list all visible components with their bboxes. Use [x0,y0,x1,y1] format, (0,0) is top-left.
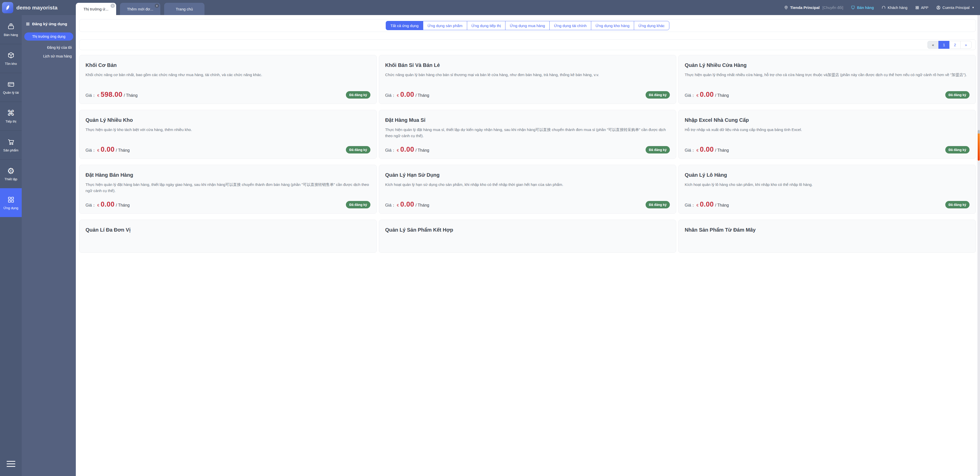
card-description: Kích hoạt quản lý hạn sử dụng cho sản ph… [385,181,490,188]
currency-symbol: € [97,93,99,97]
price-amount: 598.00 [100,91,123,99]
credit-card-icon [7,80,15,88]
submenu-title: Đăng ký ứng dụng [22,22,76,26]
close-icon[interactable]: x [155,3,159,8]
pagination-bar: « 1 2 » [79,39,490,50]
card-footer: Giá： € 0.00 / Tháng Đã đăng ký [385,196,490,209]
currency-symbol: € [397,203,399,207]
price-label: Giá： [385,93,396,98]
submenu-item-my-subscriptions[interactable]: Đăng ký của tôi [22,43,76,52]
price-period: / Tháng [415,203,429,208]
submenu-item-marketplace[interactable]: Thị trường ứng dụng [24,32,73,41]
app-card: Khối Bán Sỉ Và Bán Lẻ Chức năng quản lý … [379,55,490,104]
brand: demo mayorista [0,2,76,13]
sidebar-item-label: Tồn kho [5,62,17,65]
price-amount: 0.00 [100,201,115,209]
app-card: Quản Lí Đa Đơn Vị [79,220,377,238]
card-footer: Giá： € 0.00 / Tháng Đã đăng ký [385,142,490,153]
card-description: Thực hiện quản lý đặt hàng mua sỉ, thiết… [385,127,490,139]
price-label: Giá： [385,148,396,153]
price-label: Giá： [86,148,96,153]
sidebar-item-marketing[interactable]: ⌘ Tiếp thị [0,102,22,131]
card-footer: Giá： € 0.00 / Tháng Đã đăng ký [86,142,371,153]
command-icon: ⌘ [7,109,15,117]
sidebar-item-sales[interactable]: Bán hàng [0,15,22,44]
card-footer: Giá： € 0.00 / Tháng Đã đăng ký [86,196,371,209]
tab-home[interactable]: Trang chủ [164,3,204,15]
tab-home-label: Trang chủ [176,7,193,11]
filter-bar: Tất cả ứng dụng Ứng dụng sản phẩm Ứng dụ… [79,19,490,32]
submenu-title-label: Đăng ký ứng dụng [32,22,67,26]
filter-button[interactable]: Ứng dụng sản phẩm [423,21,467,30]
card-title: Quản Lí Đa Đơn Vị [86,227,371,233]
card-title: Khối Bán Sỉ Và Bán Lẻ [385,62,490,68]
price-period: / Tháng [124,93,138,98]
app-card-grid: Khối Cơ Bản Khối chức năng cơ bản nhất, … [79,55,490,214]
price-amount: 0.00 [400,146,414,153]
sidebar-item-label: Quản lý tài [3,91,19,94]
sidebar-item-finance[interactable]: Quản lý tài [0,73,22,102]
sidebar-item-products[interactable]: Sản phẩm [0,131,22,159]
price-label: Giá： [86,203,96,208]
tab-new-order[interactable]: Thêm mới đơ... x [120,3,160,15]
subscribed-badge[interactable]: Đã đăng ký [346,91,370,99]
price-label: Giá： [385,203,396,208]
card-title: Quản Lý Sản Phẩm Kết Hợp [385,227,490,233]
tab-market-label: Thị trường ứ... [83,7,108,11]
card-price: Giá： € 0.00 / Tháng [385,201,430,209]
subscribed-badge[interactable]: Đã đăng ký [346,146,370,153]
gear-icon: ⚙ [7,167,15,175]
submenu-panel: Đăng ký ứng dụng Thị trường ứng dụng Đăn… [22,15,76,238]
card-title: Đặt Hàng Bán Hàng [86,172,371,178]
submenu-item-purchase-history[interactable]: Lịch sử mua hàng [22,52,76,60]
app-card-grid-partial: Quản Lí Đa Đơn Vị Quản Lý Sản Phẩm Kết H… [79,220,490,238]
filter-button[interactable]: Tất cả ứng dụng [386,21,423,30]
filter-button-group: Tất cả ứng dụng Ứng dụng sản phẩm Ứng dụ… [386,21,490,30]
grid-icon [26,22,30,26]
card-price: Giá： € 0.00 / Tháng [385,146,430,153]
cart-icon [7,138,15,146]
sidebar-item-apps[interactable]: Ứng dụng [0,188,22,217]
currency-symbol: € [397,148,399,153]
tab-market[interactable]: Thị trường ứ... x [76,3,116,15]
card-description: Thực hiện quản lý kho tách biệt với cửa … [86,127,371,133]
sidebar-item-label: Ứng dụng [3,206,18,210]
currency-symbol: € [97,148,99,153]
subscribed-badge[interactable]: Đã đăng ký [346,201,370,209]
card-description: Khối chức năng cơ bản nhất, bao gồm các … [86,72,371,78]
app-logo-icon [2,2,13,13]
app-card: Khối Cơ Bản Khối chức năng cơ bản nhất, … [79,55,377,104]
sidebar-item-label: Sản phẩm [3,148,18,152]
sidebar-item-settings[interactable]: ⚙ Thiết lập [0,159,22,188]
pos-icon [7,22,15,31]
sidebar-item-label: Bán hàng [4,33,18,37]
submenu-items: Thị trường ứng dụng Đăng ký của tôi Lịch… [22,32,76,60]
sidebar-item-inventory[interactable]: Tồn kho [0,44,22,73]
card-footer: Giá： € 0.00 / Tháng Đã đăng ký [385,87,490,99]
sidebar-item-label: Tiếp thị [5,119,16,123]
icon-sidebar: Bán hàng Tồn kho Quản lý tài ⌘ Tiếp thị … [0,15,22,238]
filter-button[interactable]: Ứng dụng tiếp thị [467,21,490,30]
app-card: Đặt Hàng Mua Sỉ Thực hiện quản lý đặt hà… [379,110,490,159]
close-icon[interactable]: x [111,3,115,8]
currency-symbol: € [397,93,399,97]
price-amount: 0.00 [400,201,414,209]
app-title: demo mayorista [16,5,57,11]
card-description: Thực hiện quản lý đặt hàng bán hàng, thi… [86,181,371,194]
tab-strip: Thị trường ứ... x Thêm mới đơ... x Trang… [76,0,204,15]
currency-symbol: € [97,203,99,207]
price-label: Giá： [86,93,96,98]
card-price: Giá： € 0.00 / Tháng [86,201,130,209]
card-price: Giá： € 0.00 / Tháng [86,146,130,153]
tab-new-order-label: Thêm mới đơ... [127,7,153,11]
price-period: / Tháng [415,93,429,98]
card-title: Khối Cơ Bản [86,62,371,68]
card-description: Chức năng quản lý bán hàng cho bán sỉ th… [385,72,490,78]
main-content: Tất cả ứng dụng Ứng dụng sản phẩm Ứng dụ… [76,15,490,238]
price-amount: 0.00 [400,91,414,99]
app-card: Đặt Hàng Bán Hàng Thực hiện quản lý đặt … [79,165,377,214]
grid-icon [7,196,15,204]
app-card: Quản Lý Hạn Sử Dụng Kích hoạt quản lý hạ… [379,165,490,214]
app-card: Quản Lý Nhiều Kho Thực hiện quản lý kho … [79,110,377,159]
price-period: / Tháng [116,148,130,153]
